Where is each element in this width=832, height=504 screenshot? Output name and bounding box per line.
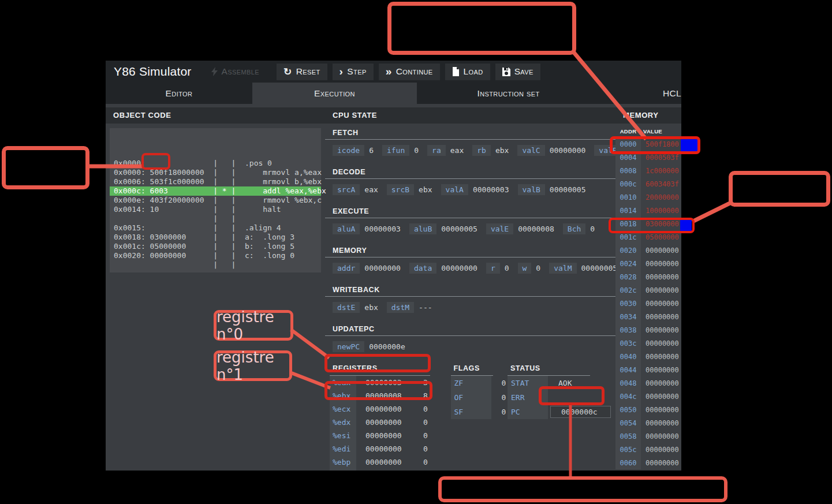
tab[interactable]: Execution (252, 83, 417, 104)
field-label: valM (549, 263, 576, 274)
register-hex-value: 00000000 (356, 445, 415, 453)
decode-section: Decode srcAeaxsrcBebxvalA00000003valB000… (325, 163, 615, 202)
lightning-icon (211, 67, 218, 76)
memory-row: 0010 20000000 (615, 191, 681, 204)
continue-button[interactable]: » Continue (379, 64, 440, 80)
cpu-field: ifun0 (382, 145, 419, 156)
app-title: Y86 Simulator (114, 65, 192, 79)
load-button[interactable]: Load (445, 64, 490, 80)
field-label: aluB (409, 223, 436, 234)
field-value: 6 (369, 146, 374, 155)
memory-value: 00000000 (641, 337, 681, 350)
reset-button-label: Reset (296, 66, 320, 77)
status-block: Status STAT AOK ERR PC 0000000c (508, 359, 611, 471)
register-dec-value: 0 (415, 431, 428, 440)
field-label: dstM (387, 302, 414, 313)
object-code-line-text: 0x000e: 403f20000000 | | rmmovl %ebx,c (114, 196, 322, 204)
object-code-line-text: 0x0014: 10 | | halt (114, 205, 281, 214)
annotation-box-bottom (438, 476, 727, 502)
memory-row: 000c 6003403f (615, 177, 681, 191)
cpu-field: valC00000000 (517, 145, 585, 156)
save-button[interactable]: Save (495, 64, 540, 80)
tab[interactable]: Instruction set (417, 83, 600, 104)
execute-section: Execute aluA00000003aluB00000005valE0000… (325, 202, 615, 241)
field-label: Bch (563, 223, 585, 234)
memory-value: 00000000 (641, 244, 681, 257)
memory-addr-column-header: ADDR (615, 128, 641, 135)
field-label: valB (518, 184, 545, 195)
field-label: rb (472, 145, 491, 156)
tab[interactable]: HCL (600, 83, 681, 104)
tab[interactable]: Editor (106, 83, 252, 104)
connector-rightbox-to-memory0018 (692, 203, 731, 222)
memory-value: 00000000 (641, 430, 681, 443)
memory-row: 0048 00000000 (615, 376, 681, 390)
pc-label: PC (508, 405, 548, 419)
memory-address: 000c (615, 177, 641, 191)
execute-fields: aluA00000003aluB00000005valE00000008Bch0 (325, 218, 615, 241)
refresh-icon: ↻ (283, 67, 292, 77)
object-code-line: 0x0018: 03000000 | | a: .long 3 (114, 233, 321, 242)
memory-row: 0030 00000000 (615, 297, 681, 310)
object-code-line: 0x0020: 00000000 | | c: .long 0 (114, 251, 321, 260)
content-area: Object code 0x0000: | | .pos 00x0000: 50… (106, 104, 681, 471)
flags-table: ZF 0 OF 0 SF 0 (451, 376, 508, 419)
flags-header: Flags (451, 359, 493, 376)
cpu-field: w0 (518, 263, 541, 274)
tab-bar: EditorExecutionInstruction setHCL (106, 83, 681, 104)
registers-flags-status-row: Registers %eax 00000003 3 %ebx 00000008 … (325, 359, 615, 471)
object-code-line-text: 0x0020: 00000000 | | c: .long 0 (114, 251, 294, 260)
memory-row: 0050 00000000 (615, 403, 681, 416)
y86-simulator-window: Y86 Simulator Assemble ↻ Reset › Step » … (106, 61, 681, 471)
cpu-field: raeax (427, 145, 464, 156)
flag-value: 0 (491, 408, 506, 416)
field-label: r (486, 263, 500, 274)
memory-row: 002c 00000000 (615, 283, 681, 297)
field-value: eax (450, 146, 464, 155)
cpu-field: dstM--- (387, 302, 432, 313)
fetch-section: Fetch icode6ifun0raeaxrbebxvalC00000000v… (325, 124, 615, 163)
register-row: %esp 00000000 0 (330, 469, 451, 471)
step-button[interactable]: › Step (333, 64, 374, 80)
object-code-line-text: 0x0006: 503f1c000000 | | mrmovl b,%ebx (114, 177, 322, 186)
memory-address: 0050 (615, 403, 641, 416)
flag-name: OF (451, 390, 491, 405)
object-code-line: | | (114, 260, 321, 270)
save-button-label: Save (514, 66, 533, 77)
object-code-line: 0x0014: 10 | | halt (114, 205, 321, 214)
memory-address: 0038 (615, 323, 641, 337)
cpu-field: dstEebx (333, 302, 378, 313)
cpu-field: addr00000000 (333, 263, 401, 274)
register-row: %ecx 00000000 0 (330, 402, 451, 416)
field-label: srcA (333, 184, 360, 195)
object-code-line: 0x001c: 05000000 | | b: .long 5 (114, 242, 321, 251)
flag-value: 0 (491, 393, 506, 402)
updatepc-title: Updatepc (325, 320, 615, 335)
tab-label: Execution (314, 88, 355, 99)
field-label: aluA (333, 223, 360, 234)
memory-value: 20000000 (641, 191, 681, 204)
highlight-box-register-eax (324, 354, 431, 372)
tab-label: HCL (663, 88, 681, 99)
register-hex-value: 00000000 (356, 458, 415, 466)
execute-title: Execute (325, 202, 615, 218)
memory-panel: Memory ADDR VALUE 0000 500f1800 0004 000… (615, 104, 681, 471)
memory-value: 00000000 (641, 416, 681, 430)
register-row: %esi 00000000 0 (330, 429, 451, 442)
field-value: 00000000 (364, 264, 401, 272)
chevron-right-icon: › (339, 66, 344, 77)
field-value: 0 (536, 264, 540, 272)
cpu-field: icode6 (333, 145, 374, 156)
object-code-line-text: 0x0015: | | .align 4 (114, 223, 281, 232)
field-value: 00000000 (441, 264, 477, 272)
registers-block: Registers %eax 00000003 3 %ebx 00000008 … (330, 359, 451, 471)
pc-input[interactable]: 0000000c (550, 406, 611, 418)
register-row: %edi 00000000 0 (330, 442, 451, 456)
memory-header: Memory (615, 107, 681, 124)
reset-button[interactable]: ↻ Reset (277, 64, 327, 80)
assemble-button: Assemble (204, 64, 267, 80)
continue-button-label: Continue (396, 66, 433, 77)
field-label: valE (486, 223, 513, 234)
cpu-state-header: CPU state (325, 107, 615, 124)
memory-address: 0048 (615, 376, 641, 390)
